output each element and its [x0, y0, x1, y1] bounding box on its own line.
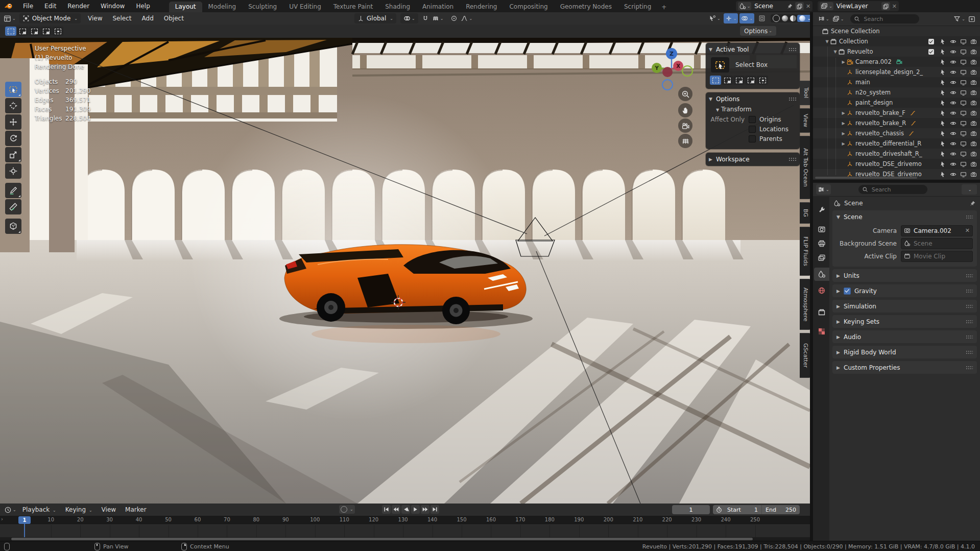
hide-toggle[interactable]: [950, 140, 957, 147]
render-disable-toggle[interactable]: [970, 38, 977, 45]
playhead[interactable]: 1: [18, 516, 31, 524]
panel-simulation[interactable]: ▶Simulation: [832, 300, 977, 313]
move-tool-button[interactable]: [5, 114, 21, 130]
hide-toggle[interactable]: [950, 109, 957, 116]
transform-subpanel-header[interactable]: ▼ Transform: [716, 106, 797, 113]
viewlayer-icon[interactable]: ⌄: [820, 2, 833, 10]
panel-gravity[interactable]: ▶Gravity: [832, 284, 977, 297]
properties-search-input[interactable]: [871, 186, 924, 194]
sidebar-tab-view[interactable]: View: [800, 108, 810, 133]
hide-toggle[interactable]: [950, 58, 957, 65]
render-disable-toggle[interactable]: [970, 171, 977, 178]
properties-tab-scene[interactable]: [814, 268, 829, 281]
viewport-disable-toggle[interactable]: [960, 79, 967, 86]
hide-toggle[interactable]: [950, 150, 957, 157]
menu-render[interactable]: Render: [62, 0, 95, 12]
selectable-toggle[interactable]: [940, 109, 946, 116]
current-frame-field[interactable]: 1: [672, 505, 710, 514]
viewlayer-selector[interactable]: ⌄ ViewLayer ✕: [818, 1, 899, 11]
outliner-item-camera-002[interactable]: ▶Camera.002: [813, 57, 980, 67]
properties-tab-view-layer[interactable]: [814, 251, 829, 265]
play-button[interactable]: [411, 505, 420, 514]
background-scene-field[interactable]: Scene: [901, 238, 973, 249]
selectable-toggle[interactable]: [940, 89, 946, 96]
add-workspace-button[interactable]: +: [657, 2, 671, 12]
checkbox-origins[interactable]: [749, 116, 756, 123]
jump-to-start-button[interactable]: [382, 505, 391, 514]
selectable-toggle[interactable]: [940, 119, 946, 127]
navigation-gizmo[interactable]: Z Y X: [644, 42, 696, 91]
checkbox-parents[interactable]: [749, 135, 756, 142]
select-mode-intersect[interactable]: [757, 76, 768, 85]
properties-search[interactable]: [858, 185, 927, 194]
render-disable-toggle[interactable]: [970, 119, 977, 127]
render-disable-toggle[interactable]: [970, 130, 977, 137]
selectable-toggle[interactable]: [940, 150, 946, 157]
selectable-toggle[interactable]: [940, 171, 946, 178]
properties-display-button[interactable]: ⌄: [816, 184, 831, 195]
render-disable-toggle[interactable]: [970, 160, 977, 167]
outliner-item-revuelto-dse-drivemo[interactable]: revuelto_DSE_drivemo: [813, 159, 980, 169]
outliner-search-input[interactable]: [863, 15, 916, 23]
hide-toggle[interactable]: [950, 99, 957, 106]
outliner-display-mode-button[interactable]: ⌄: [816, 14, 831, 24]
remove-viewlayer-icon[interactable]: ✕: [892, 3, 897, 10]
3d-viewport[interactable]: User Perspective (1) Revuelto Rendering …: [0, 38, 810, 504]
shading-solid-button[interactable]: [782, 15, 788, 21]
shading-wireframe-button[interactable]: [773, 15, 780, 22]
cursor-tool-button[interactable]: [5, 98, 21, 113]
menu-help[interactable]: Help: [130, 0, 155, 12]
menu-edit[interactable]: Edit: [39, 0, 62, 12]
pivot-dropdown[interactable]: ⌄: [400, 13, 418, 23]
stopwatch-icon[interactable]: [715, 506, 723, 513]
workspace-tab-modeling[interactable]: Modeling: [202, 2, 243, 12]
viewlayer-selector-value[interactable]: ViewLayer: [836, 3, 868, 10]
select-mode-invert[interactable]: [745, 76, 756, 85]
workspace-tab-uv-editing[interactable]: UV Editing: [283, 2, 327, 12]
selectable-toggle[interactable]: [940, 140, 946, 147]
viewport-disable-toggle[interactable]: [960, 140, 967, 147]
outliner-item-licenseplate-design-2-[interactable]: licenseplate_design_2_: [813, 67, 980, 77]
viewport-disable-toggle[interactable]: [960, 160, 967, 167]
gizmos-toggle[interactable]: ⌄: [724, 13, 738, 23]
outliner-item-collection[interactable]: ▼Collection: [813, 36, 980, 46]
select-mode-subtract[interactable]: [733, 76, 745, 85]
scene-panel-header[interactable]: ▼Scene: [832, 210, 977, 223]
timeline-channels[interactable]: [0, 524, 810, 538]
render-disable-toggle[interactable]: [970, 58, 977, 65]
auto-keying-toggle[interactable]: ⌄: [339, 505, 355, 514]
render-disable-toggle[interactable]: [970, 150, 977, 157]
active-tool-panel-header[interactable]: ▼Active Tool: [709, 45, 797, 54]
outliner-filter-button[interactable]: ⌄: [952, 14, 967, 24]
render-disable-toggle[interactable]: [970, 99, 977, 106]
timeline-editor-type-button[interactable]: ⌄: [3, 505, 18, 515]
hide-toggle[interactable]: [950, 130, 957, 137]
render-disable-toggle[interactable]: [970, 79, 977, 86]
camera-view-button[interactable]: [678, 118, 692, 133]
outliner-item-revuelto-brake-f[interactable]: ▶revuelto_brake_F: [813, 108, 980, 118]
gravity-checkbox[interactable]: [844, 288, 851, 295]
camera-field[interactable]: Camera.002✕: [901, 225, 973, 236]
previous-keyframe-button[interactable]: [392, 505, 400, 514]
properties-tab-tool[interactable]: [814, 203, 829, 217]
properties-tab-world[interactable]: [814, 284, 829, 297]
jump-to-end-button[interactable]: [431, 505, 439, 514]
sidebar-tab-alt-tab-ocean[interactable]: Alt Tab Ocean: [800, 136, 810, 199]
workspace-tab-sculpting[interactable]: Sculpting: [242, 2, 283, 12]
selectable-toggle[interactable]: [940, 48, 946, 55]
timeline-menu-view[interactable]: View: [97, 506, 121, 513]
outliner-item-n2o-system[interactable]: n2o_system: [813, 87, 980, 98]
timeline-scrollbar[interactable]: [0, 537, 810, 541]
workspace-tab-layout[interactable]: Layout: [169, 2, 202, 12]
hide-toggle[interactable]: [950, 68, 957, 76]
outliner-item-revuelto-differential-r[interactable]: ▶revuelto_differential_R: [813, 138, 980, 149]
workspace-tab-scripting[interactable]: Scripting: [618, 2, 657, 12]
end-frame-field[interactable]: End250: [762, 507, 800, 513]
falloff-dropdown[interactable]: ⌄: [459, 13, 474, 23]
new-collection-button[interactable]: [967, 14, 977, 24]
viewport-options-button[interactable]: Options⌄: [740, 26, 776, 36]
outliner-filter-id-button[interactable]: ⌄: [831, 14, 846, 24]
hide-toggle[interactable]: [950, 79, 957, 86]
sidebar-tab-flip-fluids[interactable]: FLIP Fluids: [800, 227, 810, 276]
viewport-disable-toggle[interactable]: [960, 48, 967, 55]
